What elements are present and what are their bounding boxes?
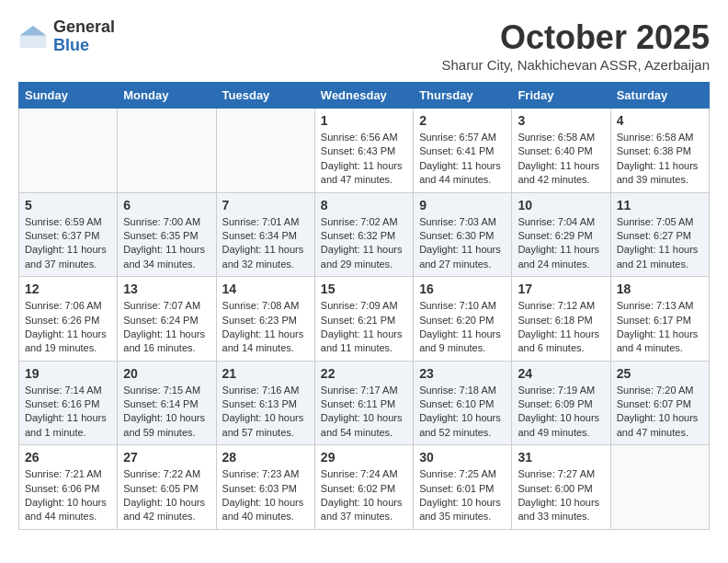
week-row-3: 12Sunrise: 7:06 AM Sunset: 6:26 PM Dayli… — [19, 277, 710, 362]
day-info: Sunrise: 7:24 AM Sunset: 6:02 PM Dayligh… — [321, 467, 407, 524]
day-info: Sunrise: 7:20 AM Sunset: 6:07 PM Dayligh… — [617, 384, 703, 441]
calendar-cell: 6Sunrise: 7:00 AM Sunset: 6:35 PM Daylig… — [118, 192, 216, 277]
day-info: Sunrise: 7:09 AM Sunset: 6:21 PM Dayligh… — [321, 299, 407, 356]
day-number: 15 — [321, 282, 407, 296]
logo: General Blue — [18, 18, 115, 55]
day-number: 31 — [518, 450, 604, 465]
day-number: 26 — [25, 450, 111, 465]
calendar-cell: 1Sunrise: 6:56 AM Sunset: 6:43 PM Daylig… — [314, 109, 413, 193]
calendar-table: SundayMondayTuesdayWednesdayThursdayFrid… — [18, 82, 710, 530]
calendar-cell: 13Sunrise: 7:07 AM Sunset: 6:24 PM Dayli… — [118, 277, 216, 362]
day-number: 4 — [617, 113, 703, 128]
day-info: Sunrise: 7:23 AM Sunset: 6:03 PM Dayligh… — [222, 467, 309, 524]
calendar-cell: 30Sunrise: 7:25 AM Sunset: 6:01 PM Dayli… — [414, 445, 512, 530]
calendar-cell: 16Sunrise: 7:10 AM Sunset: 6:20 PM Dayli… — [414, 277, 512, 362]
calendar-cell — [19, 109, 118, 193]
day-number: 27 — [123, 450, 210, 465]
calendar-cell: 20Sunrise: 7:15 AM Sunset: 6:14 PM Dayli… — [118, 361, 216, 445]
title-block: October 2025 Sharur City, Nakhichevan AS… — [441, 18, 710, 73]
day-number: 21 — [222, 366, 309, 381]
logo-icon — [18, 22, 48, 52]
col-header-tuesday: Tuesday — [216, 83, 314, 109]
day-info: Sunrise: 7:19 AM Sunset: 6:09 PM Dayligh… — [518, 384, 604, 441]
day-info: Sunrise: 6:58 AM Sunset: 6:38 PM Dayligh… — [617, 131, 703, 188]
svg-marker-1 — [33, 26, 46, 35]
week-row-5: 26Sunrise: 7:21 AM Sunset: 6:06 PM Dayli… — [19, 445, 710, 530]
day-number: 25 — [617, 366, 703, 381]
day-info: Sunrise: 7:04 AM Sunset: 6:29 PM Dayligh… — [518, 215, 604, 272]
day-number: 10 — [518, 198, 604, 213]
calendar-cell: 18Sunrise: 7:13 AM Sunset: 6:17 PM Dayli… — [610, 277, 709, 362]
calendar-cell: 10Sunrise: 7:04 AM Sunset: 6:29 PM Dayli… — [512, 192, 610, 277]
month-title: October 2025 — [441, 18, 710, 57]
calendar-cell: 31Sunrise: 7:27 AM Sunset: 6:00 PM Dayli… — [512, 445, 610, 530]
day-number: 19 — [25, 366, 111, 381]
calendar-cell: 25Sunrise: 7:20 AM Sunset: 6:07 PM Dayli… — [610, 361, 709, 445]
col-header-sunday: Sunday — [19, 83, 118, 109]
calendar-cell: 2Sunrise: 6:57 AM Sunset: 6:41 PM Daylig… — [414, 109, 512, 193]
day-info: Sunrise: 6:57 AM Sunset: 6:41 PM Dayligh… — [419, 131, 506, 188]
day-number: 17 — [518, 282, 604, 296]
calendar-cell: 14Sunrise: 7:08 AM Sunset: 6:23 PM Dayli… — [216, 277, 314, 362]
day-info: Sunrise: 7:13 AM Sunset: 6:17 PM Dayligh… — [617, 299, 703, 356]
day-info: Sunrise: 7:01 AM Sunset: 6:34 PM Dayligh… — [222, 215, 309, 272]
calendar-cell: 28Sunrise: 7:23 AM Sunset: 6:03 PM Dayli… — [216, 445, 314, 530]
col-header-thursday: Thursday — [414, 83, 512, 109]
day-number: 18 — [617, 282, 703, 296]
col-header-friday: Friday — [512, 83, 610, 109]
day-info: Sunrise: 7:10 AM Sunset: 6:20 PM Dayligh… — [419, 299, 506, 356]
day-info: Sunrise: 6:59 AM Sunset: 6:37 PM Dayligh… — [25, 215, 111, 272]
calendar-cell: 26Sunrise: 7:21 AM Sunset: 6:06 PM Dayli… — [19, 445, 118, 530]
calendar-cell — [610, 445, 709, 530]
day-number: 2 — [419, 113, 506, 128]
logo-blue-label: Blue — [53, 37, 115, 55]
day-info: Sunrise: 6:58 AM Sunset: 6:40 PM Dayligh… — [518, 131, 604, 188]
calendar-cell: 8Sunrise: 7:02 AM Sunset: 6:32 PM Daylig… — [314, 192, 413, 277]
day-info: Sunrise: 7:08 AM Sunset: 6:23 PM Dayligh… — [222, 299, 309, 356]
day-info: Sunrise: 7:25 AM Sunset: 6:01 PM Dayligh… — [419, 467, 506, 524]
day-number: 28 — [222, 450, 309, 465]
day-info: Sunrise: 7:16 AM Sunset: 6:13 PM Dayligh… — [222, 384, 309, 441]
calendar-cell: 24Sunrise: 7:19 AM Sunset: 6:09 PM Dayli… — [512, 361, 610, 445]
calendar-cell: 11Sunrise: 7:05 AM Sunset: 6:27 PM Dayli… — [610, 192, 709, 277]
col-header-saturday: Saturday — [610, 83, 709, 109]
day-number: 12 — [25, 282, 111, 296]
day-number: 1 — [321, 113, 407, 128]
day-number: 24 — [518, 366, 604, 381]
calendar-cell: 9Sunrise: 7:03 AM Sunset: 6:30 PM Daylig… — [414, 192, 512, 277]
svg-marker-2 — [20, 26, 33, 35]
day-number: 8 — [321, 198, 407, 213]
calendar-cell: 21Sunrise: 7:16 AM Sunset: 6:13 PM Dayli… — [216, 361, 314, 445]
day-number: 14 — [222, 282, 309, 296]
day-number: 23 — [419, 366, 506, 381]
header-row: SundayMondayTuesdayWednesdayThursdayFrid… — [19, 83, 710, 109]
calendar-cell: 19Sunrise: 7:14 AM Sunset: 6:16 PM Dayli… — [19, 361, 118, 445]
calendar-cell: 23Sunrise: 7:18 AM Sunset: 6:10 PM Dayli… — [414, 361, 512, 445]
day-info: Sunrise: 6:56 AM Sunset: 6:43 PM Dayligh… — [321, 131, 407, 188]
day-number: 13 — [123, 282, 210, 296]
calendar-cell: 15Sunrise: 7:09 AM Sunset: 6:21 PM Dayli… — [314, 277, 413, 362]
day-info: Sunrise: 7:02 AM Sunset: 6:32 PM Dayligh… — [321, 215, 407, 272]
day-number: 3 — [518, 113, 604, 128]
calendar-cell: 4Sunrise: 6:58 AM Sunset: 6:38 PM Daylig… — [610, 109, 709, 193]
week-row-4: 19Sunrise: 7:14 AM Sunset: 6:16 PM Dayli… — [19, 361, 710, 445]
calendar-cell: 5Sunrise: 6:59 AM Sunset: 6:37 PM Daylig… — [19, 192, 118, 277]
day-info: Sunrise: 7:06 AM Sunset: 6:26 PM Dayligh… — [25, 299, 111, 356]
day-number: 11 — [617, 198, 703, 213]
day-info: Sunrise: 7:27 AM Sunset: 6:00 PM Dayligh… — [518, 467, 604, 524]
calendar-cell — [216, 109, 314, 193]
day-info: Sunrise: 7:07 AM Sunset: 6:24 PM Dayligh… — [123, 299, 210, 356]
day-number: 30 — [419, 450, 506, 465]
logo-text: General Blue — [53, 18, 115, 55]
col-header-monday: Monday — [118, 83, 216, 109]
week-row-2: 5Sunrise: 6:59 AM Sunset: 6:37 PM Daylig… — [19, 192, 710, 277]
week-row-1: 1Sunrise: 6:56 AM Sunset: 6:43 PM Daylig… — [19, 109, 710, 193]
day-info: Sunrise: 7:05 AM Sunset: 6:27 PM Dayligh… — [617, 215, 703, 272]
day-number: 7 — [222, 198, 309, 213]
calendar-cell: 12Sunrise: 7:06 AM Sunset: 6:26 PM Dayli… — [19, 277, 118, 362]
logo-general-label: General — [53, 18, 115, 37]
day-info: Sunrise: 7:00 AM Sunset: 6:35 PM Dayligh… — [123, 215, 210, 272]
calendar-cell: 29Sunrise: 7:24 AM Sunset: 6:02 PM Dayli… — [314, 445, 413, 530]
day-info: Sunrise: 7:12 AM Sunset: 6:18 PM Dayligh… — [518, 299, 604, 356]
day-info: Sunrise: 7:03 AM Sunset: 6:30 PM Dayligh… — [419, 215, 506, 272]
